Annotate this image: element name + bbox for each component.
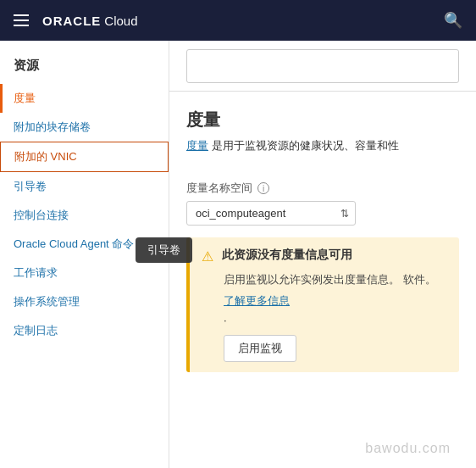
description-line: 度量 是用于监视资源的健康状况、容量和性 xyxy=(186,138,459,167)
content-area: 度量 度量 是用于监视资源的健康状况、容量和性 度量名称空间 i oci_com… xyxy=(169,41,476,468)
app-header: ORACLE Cloud 🔍 xyxy=(0,0,476,41)
sidebar-item-label: 控制台连接 xyxy=(14,208,69,223)
alert-box: ⚠ 此资源没有度量信息可用 启用监视以允许实例发出度量信息。 软件。 了解更多信… xyxy=(186,237,459,372)
sidebar-item-metrics[interactable]: 度量 xyxy=(0,84,169,113)
sidebar-item-oracle-cloud-agent[interactable]: Oracle Cloud Agent 命令 xyxy=(0,230,169,259)
main-layout: 资源 度量 附加的块存储卷 附加的 VNIC 引导卷 控制台连接 Oracle … xyxy=(0,41,476,468)
namespace-select-wrapper: oci_computeagent ⇅ xyxy=(186,201,356,226)
search-icon[interactable]: 🔍 xyxy=(444,11,462,30)
hamburger-menu[interactable] xyxy=(14,14,29,26)
oracle-logo: ORACLE Cloud xyxy=(42,14,138,28)
sidebar-item-label: 引导卷 xyxy=(14,179,47,194)
namespace-select[interactable]: oci_computeagent xyxy=(186,201,356,226)
sidebar-item-attached-block-storage[interactable]: 附加的块存储卷 xyxy=(0,113,169,142)
sidebar-section-title: 资源 xyxy=(0,58,169,84)
alert-warning-icon: ⚠ xyxy=(202,248,213,265)
dot-separator: · xyxy=(224,314,447,326)
field-label: 度量名称空间 i xyxy=(186,181,459,196)
content-body: 度量 度量 是用于监视资源的健康状况、容量和性 度量名称空间 i oci_com… xyxy=(169,92,476,372)
alert-learn-more-link[interactable]: 了解更多信息 xyxy=(224,293,447,309)
sidebar-item-label: 工作请求 xyxy=(14,265,58,281)
sidebar-item-os-management[interactable]: 操作系统管理 xyxy=(0,287,169,316)
sidebar-item-custom-logs[interactable]: 定制日志 xyxy=(0,316,169,345)
sidebar-item-label: 附加的 VNIC xyxy=(14,149,77,164)
page-title: 度量 xyxy=(186,109,459,131)
sidebar-item-boot-volume[interactable]: 引导卷 xyxy=(0,172,169,201)
description-suffix: 是用于监视资源的健康状况、容量和性 xyxy=(212,138,399,153)
top-input-area xyxy=(186,49,459,83)
cloud-text: Cloud xyxy=(104,14,137,28)
sidebar-item-label: 度量 xyxy=(14,91,36,106)
sidebar-item-attached-vnic[interactable]: 附加的 VNIC xyxy=(0,142,169,172)
alert-header: ⚠ 此资源没有度量信息可用 xyxy=(202,248,447,265)
enable-monitoring-button[interactable]: 启用监视 xyxy=(224,335,296,362)
info-icon[interactable]: i xyxy=(257,182,269,194)
sidebar-item-work-requests[interactable]: 工作请求 xyxy=(0,259,169,287)
sidebar-item-label: 定制日志 xyxy=(14,323,58,338)
sidebar-item-label: 附加的块存储卷 xyxy=(14,120,91,135)
alert-body: 启用监视以允许实例发出度量信息。 软件。 xyxy=(224,271,447,288)
description-link[interactable]: 度量 xyxy=(186,138,208,153)
sidebar-item-label: 操作系统管理 xyxy=(14,294,80,309)
sidebar-item-console-connection[interactable]: 控制台连接 xyxy=(0,201,169,230)
oracle-text: ORACLE xyxy=(42,14,101,28)
sidebar-item-label: Oracle Cloud Agent 命令 xyxy=(14,237,134,252)
content-top-bar xyxy=(169,41,476,92)
sidebar: 资源 度量 附加的块存储卷 附加的 VNIC 引导卷 控制台连接 Oracle … xyxy=(0,41,169,468)
alert-title: 此资源没有度量信息可用 xyxy=(222,248,352,263)
